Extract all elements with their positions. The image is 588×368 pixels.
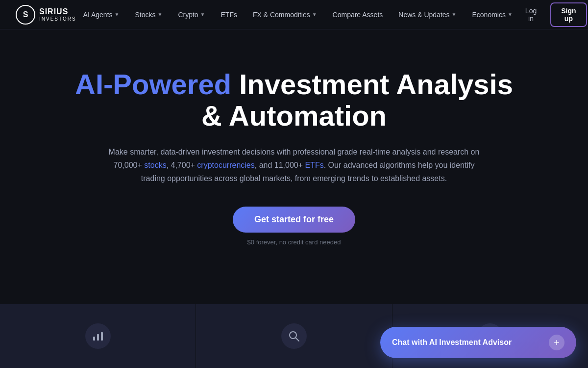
chat-plus-icon: + xyxy=(549,335,564,350)
chevron-down-icon: ▼ xyxy=(312,12,317,17)
chevron-down-icon: ▼ xyxy=(452,12,457,17)
logo-investors: INVESTORS xyxy=(39,16,76,22)
bottom-card-1 xyxy=(0,304,196,368)
login-button[interactable]: Log in xyxy=(519,3,542,26)
nav-stocks[interactable]: Stocks ▼ xyxy=(128,7,169,23)
nav-etfs[interactable]: ETFs xyxy=(214,7,244,23)
hero-title-highlight: AI-Powered xyxy=(75,68,231,100)
bottom-card-2 xyxy=(196,304,392,368)
logo-icon: S xyxy=(16,5,35,25)
nav-compare-assets[interactable]: Compare Assets xyxy=(326,7,390,23)
hero-link-stocks[interactable]: stocks xyxy=(144,161,166,169)
header: S SIRIUS INVESTORS AI Agents ▼ Stocks ▼ … xyxy=(0,0,588,29)
header-actions: Log in Sign up xyxy=(519,2,587,27)
nav-economics[interactable]: Economics ▼ xyxy=(465,7,519,23)
get-started-button[interactable]: Get started for free xyxy=(233,207,355,233)
chevron-down-icon: ▼ xyxy=(508,12,513,17)
chart-icon xyxy=(85,323,111,349)
svg-line-6 xyxy=(295,338,299,342)
main-nav: AI Agents ▼ Stocks ▼ Crypto ▼ ETFs FX & … xyxy=(76,7,519,23)
hero-title: AI-Powered Investment Analysis & Automat… xyxy=(74,69,514,131)
hero-link-etfs[interactable]: ETFs xyxy=(305,161,324,169)
logo-text: SIRIUS INVESTORS xyxy=(39,7,76,22)
search-icon xyxy=(281,323,307,349)
nav-ai-agents[interactable]: AI Agents ▼ xyxy=(76,7,126,23)
chat-label: Chat with AI Investment Advisor xyxy=(392,338,541,347)
hero-title-main: Investment Analysis & Automation xyxy=(201,68,513,131)
chevron-down-icon: ▼ xyxy=(200,12,205,17)
hero-link-crypto[interactable]: cryptocurrencies xyxy=(197,161,254,169)
hero-sub-label: $0 forever, no credit card needed xyxy=(247,238,341,246)
svg-rect-3 xyxy=(97,334,99,341)
svg-text:S: S xyxy=(23,10,28,19)
chevron-down-icon: ▼ xyxy=(115,12,120,17)
chevron-down-icon: ▼ xyxy=(157,12,162,17)
svg-rect-2 xyxy=(93,337,95,341)
nav-fx-commodities[interactable]: FX & Commodities ▼ xyxy=(246,7,324,23)
hero-section: AI-Powered Investment Analysis & Automat… xyxy=(0,29,588,275)
logo-sirius: SIRIUS xyxy=(39,7,76,16)
signup-button[interactable]: Sign up xyxy=(550,2,587,27)
nav-crypto[interactable]: Crypto ▼ xyxy=(171,7,212,23)
svg-rect-4 xyxy=(101,332,103,341)
chat-widget[interactable]: Chat with AI Investment Advisor + xyxy=(380,327,576,358)
logo[interactable]: S SIRIUS INVESTORS xyxy=(16,5,76,25)
hero-description: Make smarter, data-driven investment dec… xyxy=(108,145,480,185)
nav-news-updates[interactable]: News & Updates ▼ xyxy=(392,7,463,23)
